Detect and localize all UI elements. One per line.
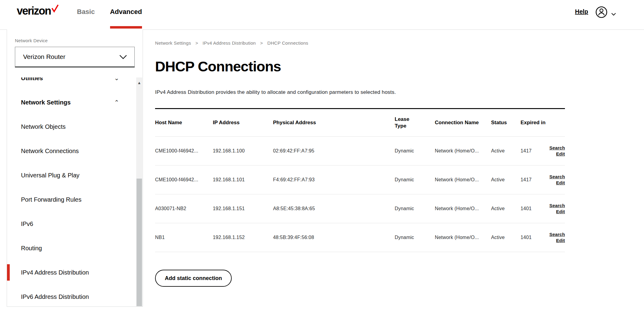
breadcrumb-item[interactable]: IPv4 Address Distribution	[203, 40, 256, 46]
cell-status: Active	[491, 235, 521, 240]
nav-tab-label: Basic	[77, 8, 95, 15]
dhcp-connections-table: Host Name IP Address Physical Address Le…	[155, 108, 565, 252]
column-header: Expired in	[521, 120, 546, 126]
cell-expired-in: 1417	[521, 148, 546, 154]
network-device-label: Network Device	[15, 38, 135, 43]
verizon-logo-text: verizon	[17, 5, 51, 17]
nav-tab[interactable]: Basic	[77, 0, 95, 29]
column-header: Host Name	[155, 120, 213, 126]
help-link[interactable]: Help	[575, 8, 588, 15]
sidebar-item[interactable]: Network Settings ⌃	[7, 90, 136, 114]
sidebar-scrollbar[interactable]: ▲	[136, 77, 142, 306]
edit-link[interactable]: Edit	[556, 238, 565, 243]
edit-link[interactable]: Edit	[556, 151, 565, 157]
cell-host-name: A030071-NB2	[155, 206, 213, 211]
network-device-panel: Network Device Verizon Router	[7, 29, 143, 77]
cell-status: Active	[491, 148, 521, 154]
table-row: NB1 192.168.1.152 48:5B:39:4F:56:08 Dyna…	[155, 223, 565, 252]
cell-status: Active	[491, 177, 521, 183]
column-header: Status	[491, 120, 521, 126]
sidebar-menu: Utilities ⌄ Network Settings ⌃ Network O…	[7, 66, 136, 309]
cell-host-name: CME1000-f46942...	[155, 177, 213, 183]
sidebar-item[interactable]: Network Connections	[7, 139, 136, 163]
sidebar-item-label: Network Objects	[21, 123, 66, 130]
table-row: A030071-NB2 192.168.1.151 A8:5E:45:38:8A…	[155, 194, 565, 223]
sidebar-item-label: IPv4 Address Distribution	[21, 269, 89, 276]
table-row: CME1000-f46942... 192.168.1.101 F4:69:42…	[155, 166, 565, 194]
sidebar-item[interactable]: IPv4 Address Distribution	[7, 260, 136, 285]
section-chevron-icon: ⌃	[114, 99, 119, 106]
account-icon[interactable]	[595, 6, 608, 19]
cell-lease-type: Dynamic	[395, 206, 435, 211]
sidebar-item-label: IPv6	[21, 220, 33, 227]
cell-status: Active	[491, 206, 521, 211]
cell-ip-address: 192.168.1.101	[213, 177, 273, 183]
mode-tabs: Basic Advanced	[77, 0, 142, 29]
cell-physical-address: F4:69:42:FF:A7:93	[273, 177, 395, 183]
sidebar-item-label: Port Forwarding Rules	[21, 196, 81, 203]
table-header-row: Host Name IP Address Physical Address Le…	[155, 109, 565, 137]
column-header: Lease Type	[395, 116, 435, 129]
sidebar-item-label: IPv6 Address Distribution	[21, 293, 89, 300]
main-content: Network Settings > IPv4 Address Distribu…	[155, 29, 565, 287]
cell-physical-address: 02:69:42:FF:A7:95	[273, 148, 395, 154]
network-device-select[interactable]: Verizon Router	[15, 47, 135, 67]
nav-tab[interactable]: Advanced	[110, 0, 142, 29]
sidebar-item-label: Network Settings	[21, 99, 71, 106]
cell-actions: Search Edit	[546, 174, 565, 186]
cell-host-name: NB1	[155, 235, 213, 240]
cell-connection-name: Network (Home/O...	[435, 206, 491, 211]
cell-host-name: CME1000-f46942...	[155, 148, 213, 154]
search-link[interactable]: Search	[549, 145, 565, 151]
sidebar-item[interactable]: Routing	[7, 236, 136, 260]
breadcrumb-item[interactable]: Network Settings	[155, 40, 191, 46]
sidebar-item[interactable]: IPv6	[7, 212, 136, 236]
cell-expired-in: 1401	[521, 235, 546, 240]
cell-lease-type: Dynamic	[395, 177, 435, 183]
breadcrumb: Network Settings > IPv4 Address Distribu…	[155, 40, 565, 46]
cell-ip-address: 192.168.1.152	[213, 235, 273, 240]
top-header: verizon Basic Advanced Help	[0, 0, 644, 30]
breadcrumb-separator: >	[196, 40, 198, 46]
nav-tab-label: Advanced	[110, 8, 142, 15]
cell-expired-in: 1401	[521, 206, 546, 211]
network-device-value: Verizon Router	[23, 53, 65, 60]
cell-physical-address: 48:5B:39:4F:56:08	[273, 235, 395, 240]
edit-link[interactable]: Edit	[556, 209, 565, 214]
account-chevron-down-icon[interactable]	[611, 12, 616, 17]
search-link[interactable]: Search	[549, 232, 565, 237]
sidebar-item[interactable]: Universal Plug & Play	[7, 163, 136, 187]
cell-lease-type: Dynamic	[395, 148, 435, 154]
sidebar-item[interactable]: IPv6 Address Distribution	[7, 285, 136, 309]
scrollbar-thumb[interactable]	[137, 179, 142, 306]
router-admin-page: verizon Basic Advanced Help	[0, 0, 644, 311]
cell-connection-name: Network (Home/O...	[435, 148, 491, 154]
sidebar-item-label: Network Connections	[21, 148, 79, 155]
cell-connection-name: Network (Home/O...	[435, 177, 491, 183]
breadcrumb-item[interactable]: DHCP Connections	[267, 40, 308, 46]
verizon-logo: verizon	[17, 5, 59, 17]
sidebar-item-label: Universal Plug & Play	[21, 172, 79, 179]
cell-actions: Search Edit	[546, 203, 565, 214]
sidebar-item[interactable]: Network Objects	[7, 114, 136, 139]
sidebar: Utilities ⌄ Network Settings ⌃ Network O…	[7, 29, 143, 307]
column-header: Connection Name	[435, 120, 491, 126]
cell-lease-type: Dynamic	[395, 235, 435, 240]
column-header: Physical Address	[273, 120, 395, 126]
cell-physical-address: A8:5E:45:38:8A:65	[273, 206, 395, 211]
sidebar-item[interactable]: Port Forwarding Rules	[7, 187, 136, 212]
page-description: IPv4 Address Distribution provides the a…	[155, 89, 565, 95]
add-static-connection-button[interactable]: Add static connection	[155, 270, 232, 287]
page-title: DHCP Connections	[155, 58, 565, 75]
table-row: CME1000-f46942... 192.168.1.100 02:69:42…	[155, 137, 565, 166]
search-link[interactable]: Search	[549, 203, 565, 208]
column-header: IP Address	[213, 120, 273, 126]
table-body: CME1000-f46942... 192.168.1.100 02:69:42…	[155, 137, 565, 252]
chevron-down-icon	[119, 55, 127, 59]
search-link[interactable]: Search	[549, 174, 565, 179]
cell-ip-address: 192.168.1.151	[213, 206, 273, 211]
scroll-up-arrow-icon[interactable]: ▲	[136, 77, 142, 88]
breadcrumb-separator: >	[260, 40, 263, 46]
edit-link[interactable]: Edit	[556, 180, 565, 186]
cell-actions: Search Edit	[546, 145, 565, 157]
